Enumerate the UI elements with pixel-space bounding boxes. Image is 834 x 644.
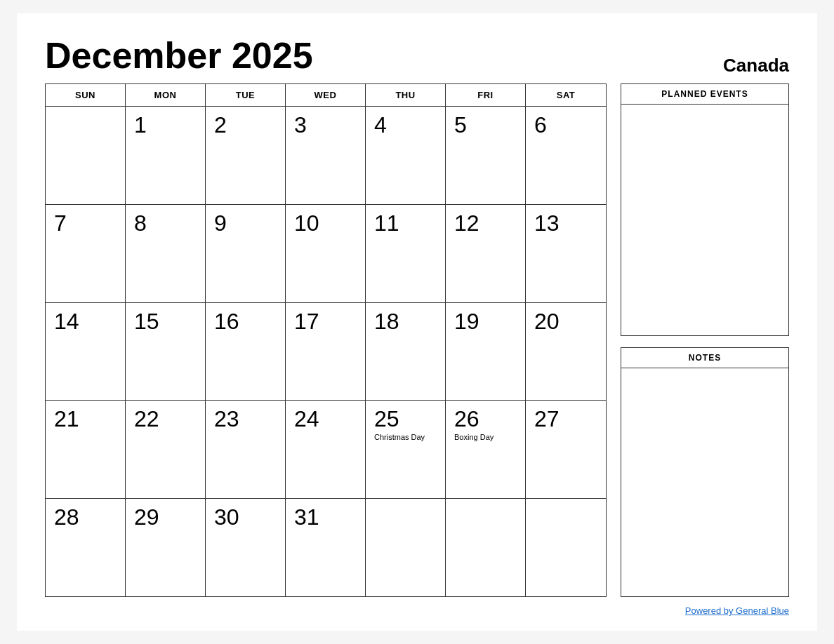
day-header-tue: TUE (206, 84, 286, 106)
day-number: 3 (294, 114, 357, 136)
day-cell-13: 13 (526, 205, 606, 302)
planned-events-content (621, 105, 788, 333)
day-cell-19: 19 (446, 303, 526, 401)
day-header-sun: SUN (46, 84, 126, 106)
week-row-1: 123456 (46, 107, 606, 205)
day-number: 13 (534, 212, 597, 234)
week-row-5: 28293031 (46, 499, 606, 596)
day-number: 2 (214, 114, 277, 136)
day-number: 7 (54, 212, 117, 234)
empty-cell (46, 107, 126, 204)
day-number: 24 (294, 408, 357, 430)
day-number: 17 (294, 310, 357, 333)
day-cell-27: 27 (526, 401, 606, 498)
day-number: 28 (54, 506, 117, 528)
day-cell-24: 24 (286, 401, 366, 498)
page: December 2025 Canada SUNMONTUEWEDTHUFRIS… (17, 13, 817, 631)
empty-cell (446, 499, 526, 596)
day-number: 16 (214, 310, 277, 333)
day-cell-14: 14 (46, 303, 126, 401)
day-cell-9: 9 (206, 205, 286, 302)
day-number: 27 (534, 408, 597, 430)
day-cell-30: 30 (206, 499, 286, 596)
week-row-3: 14151617181920 (46, 303, 606, 401)
day-cell-22: 22 (126, 401, 206, 498)
day-number: 9 (214, 212, 277, 234)
day-cell-26: 26Boxing Day (446, 401, 526, 498)
day-number: 20 (534, 310, 597, 333)
day-cell-21: 21 (46, 401, 126, 498)
day-cell-18: 18 (366, 303, 446, 401)
day-cell-4: 4 (366, 107, 446, 204)
day-cell-31: 31 (286, 499, 366, 596)
day-number: 14 (54, 310, 117, 333)
country-title: Canada (723, 55, 789, 76)
day-cell-7: 7 (46, 205, 126, 302)
day-cell-25: 25Christmas Day (366, 401, 446, 498)
day-cell-5: 5 (446, 107, 526, 204)
day-cell-29: 29 (126, 499, 206, 596)
empty-cell (526, 499, 606, 596)
day-cell-23: 23 (206, 401, 286, 498)
day-number: 21 (54, 408, 117, 430)
day-cell-11: 11 (366, 205, 446, 302)
day-number: 6 (534, 114, 597, 136)
day-cell-17: 17 (286, 303, 366, 401)
week-row-2: 78910111213 (46, 205, 606, 303)
day-number: 19 (454, 310, 517, 333)
day-cell-16: 16 (206, 303, 286, 401)
day-header-mon: MON (126, 84, 206, 106)
day-cell-8: 8 (126, 205, 206, 302)
day-number: 4 (374, 114, 437, 136)
day-number: 29 (134, 506, 197, 528)
day-header-thu: THU (366, 84, 446, 106)
footer: Powered by General Blue (45, 604, 789, 617)
day-event: Boxing Day (454, 433, 517, 441)
day-event: Christmas Day (374, 433, 437, 441)
day-number: 30 (214, 506, 277, 528)
week-row-4: 2122232425Christmas Day26Boxing Day27 (46, 401, 606, 499)
day-header-fri: FRI (446, 84, 526, 106)
day-number: 11 (374, 212, 437, 234)
powered-by-link[interactable]: Powered by General Blue (685, 605, 789, 616)
day-number: 25 (374, 408, 437, 430)
day-number: 5 (454, 114, 517, 136)
day-cell-28: 28 (46, 499, 126, 596)
day-cell-12: 12 (446, 205, 526, 302)
day-cell-10: 10 (286, 205, 366, 302)
weeks-container: 1234567891011121314151617181920212223242… (46, 107, 606, 596)
day-cell-6: 6 (526, 107, 606, 204)
notes-box: NOTES (621, 347, 789, 597)
main-content: SUNMONTUEWEDTHUFRISAT 123456789101112131… (45, 83, 789, 597)
notes-content (621, 368, 788, 509)
notes-label: NOTES (621, 348, 788, 368)
day-cell-3: 3 (286, 107, 366, 204)
sidebar: PLANNED EVENTS NOTES (621, 83, 789, 597)
day-number: 22 (134, 408, 197, 430)
day-number: 1 (134, 114, 197, 136)
day-cell-1: 1 (126, 107, 206, 204)
month-title: December 2025 (45, 34, 313, 76)
planned-events-box: PLANNED EVENTS (621, 83, 789, 336)
day-number: 18 (374, 310, 437, 333)
day-cell-2: 2 (206, 107, 286, 204)
calendar: SUNMONTUEWEDTHUFRISAT 123456789101112131… (45, 83, 607, 597)
day-number: 15 (134, 310, 197, 333)
day-number: 10 (294, 212, 357, 234)
day-header-wed: WED (286, 84, 366, 106)
planned-events-label: PLANNED EVENTS (621, 84, 788, 105)
day-number: 8 (134, 212, 197, 234)
header: December 2025 Canada (45, 34, 789, 76)
empty-cell (366, 499, 446, 596)
day-number: 12 (454, 212, 517, 234)
day-number: 26 (454, 408, 517, 430)
day-number: 31 (294, 506, 357, 528)
day-cell-20: 20 (526, 303, 606, 401)
day-number: 23 (214, 408, 277, 430)
day-cell-15: 15 (126, 303, 206, 401)
day-headers: SUNMONTUEWEDTHUFRISAT (46, 84, 606, 107)
day-header-sat: SAT (526, 84, 606, 106)
